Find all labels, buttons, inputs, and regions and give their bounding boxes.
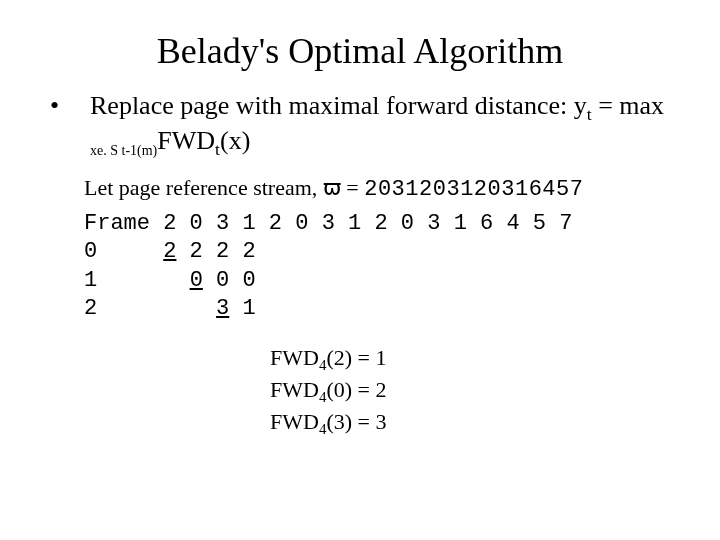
stream-value: 2031203120316457 — [364, 177, 583, 202]
trace-row: 2 3 1 — [84, 296, 269, 321]
fwd-eq: = — [352, 409, 375, 434]
trace-row: 0 2 2 2 2 — [84, 239, 269, 264]
slide-title: Belady's Optimal Algorithm — [40, 30, 680, 72]
bullet-lead: Replace page with maximal forward distan… — [90, 91, 574, 120]
fwd-row: FWD4(2) = 1 — [270, 344, 680, 376]
bullet-item: •Replace page with maximal forward dista… — [70, 90, 680, 161]
fwd-row: FWD4(0) = 2 — [270, 376, 680, 408]
eq-mid: = max — [592, 91, 664, 120]
stream-prefix: Let page reference stream, — [84, 175, 323, 200]
eq-sub-expr: xe. S t-1(m) — [90, 143, 157, 158]
fwd-arg: (0) — [326, 377, 352, 402]
fwd-block: FWD4(2) = 1 FWD4(0) = 2 FWD4(3) = 3 — [270, 344, 680, 439]
fwd-val: 2 — [375, 377, 386, 402]
trace-row: 1 0 0 0 — [84, 268, 269, 293]
eq-rhs-tail: (x) — [220, 126, 250, 155]
bullet-dot: • — [70, 90, 90, 123]
fwd-name: FWD — [270, 377, 319, 402]
fwd-val: 3 — [375, 409, 386, 434]
eq-rhs: FWD — [157, 126, 215, 155]
stream-equals: = — [341, 175, 364, 200]
trace-header: Frame 2 0 3 1 2 0 3 1 2 0 3 1 6 4 5 7 — [84, 211, 586, 236]
fwd-arg: (2) — [326, 345, 352, 370]
fwd-name: FWD — [270, 345, 319, 370]
fwd-name: FWD — [270, 409, 319, 434]
omega-symbol: ϖ — [323, 175, 341, 200]
eq-lhs: y — [574, 91, 587, 120]
fwd-arg: (3) — [326, 409, 352, 434]
fwd-row: FWD4(3) = 3 — [270, 408, 680, 440]
reference-stream-line: Let page reference stream, ϖ = 203120312… — [84, 175, 680, 202]
trace-table: Frame 2 0 3 1 2 0 3 1 2 0 3 1 6 4 5 7 0 … — [84, 210, 680, 324]
fwd-eq: = — [352, 345, 375, 370]
fwd-val: 1 — [375, 345, 386, 370]
slide: Belady's Optimal Algorithm •Replace page… — [0, 0, 720, 459]
fwd-eq: = — [352, 377, 375, 402]
